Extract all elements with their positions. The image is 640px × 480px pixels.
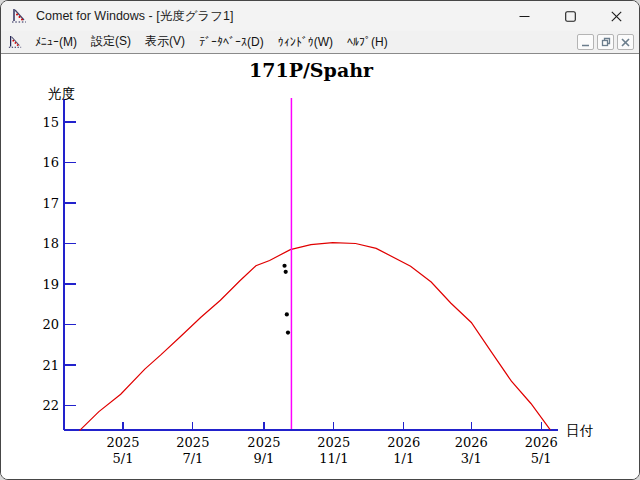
maximize-icon <box>565 11 576 22</box>
mdi-close-button[interactable] <box>617 34 634 50</box>
x-tick-label-year: 2026 <box>525 435 558 450</box>
minimize-icon <box>519 11 530 22</box>
chart-title: 171P/Spahr <box>249 59 374 81</box>
y-tick-label: 22 <box>42 398 59 413</box>
y-tick-label: 20 <box>42 317 59 332</box>
menu-item-view[interactable]: 表示(V) <box>138 31 192 53</box>
caption-buttons <box>501 1 639 31</box>
x-tick-label-day: 1/1 <box>393 451 414 466</box>
observation-point <box>282 264 286 268</box>
menu-item-menu[interactable]: ﾒﾆｭｰ(M) <box>28 33 84 52</box>
menubar: ﾒﾆｭｰ(M) 設定(S) 表示(V) ﾃﾞｰﾀﾍﾞｰｽ(D) ｳｨﾝﾄﾞｳ(W… <box>1 31 639 53</box>
menu-item-settings[interactable]: 設定(S) <box>84 31 138 53</box>
mdi-close-icon <box>621 38 630 47</box>
x-tick-label-year: 2025 <box>106 435 139 450</box>
predicted-light-curve <box>80 243 551 431</box>
x-tick-label-day: 3/1 <box>461 451 482 466</box>
observation-point <box>284 270 288 274</box>
mdi-restore-button[interactable] <box>597 34 614 50</box>
x-axis-title: 日付 <box>566 422 594 438</box>
minimize-button[interactable] <box>501 1 547 31</box>
menu-item-database[interactable]: ﾃﾞｰﾀﾍﾞｰｽ(D) <box>192 33 271 52</box>
observation-point <box>285 312 289 316</box>
mdi-restore-icon <box>601 37 611 47</box>
y-tick-label: 18 <box>42 236 59 251</box>
x-tick-label-year: 2026 <box>387 435 420 450</box>
y-axis-title: 光度 <box>48 85 75 101</box>
mdi-minimize-button[interactable] <box>577 34 594 50</box>
mdi-minimize-icon <box>581 38 590 47</box>
app-window: Comet for Windows - [光度グラフ1] <box>0 0 640 480</box>
y-tick-label: 21 <box>42 358 59 373</box>
maximize-button[interactable] <box>547 1 593 31</box>
close-icon <box>611 11 622 22</box>
titlebar: Comet for Windows - [光度グラフ1] <box>1 1 639 31</box>
x-tick-label-day: 7/1 <box>182 451 203 466</box>
y-tick-label: 15 <box>42 115 59 130</box>
mdi-window-buttons <box>574 34 634 50</box>
x-tick-label-day: 11/1 <box>319 451 348 466</box>
y-tick-label: 19 <box>42 277 59 292</box>
observation-point <box>286 331 290 335</box>
graph-client-area: 151617181920212220255/120257/120259/1202… <box>1 53 639 479</box>
x-tick-label-year: 2025 <box>247 435 280 450</box>
x-tick-label-year: 2025 <box>176 435 209 450</box>
y-tick-label: 16 <box>42 155 59 170</box>
menu-item-window[interactable]: ｳｨﾝﾄﾞｳ(W) <box>271 33 340 52</box>
x-tick-label-day: 5/1 <box>531 451 552 466</box>
light-curve-chart: 151617181920212220255/120257/120259/1202… <box>1 54 639 479</box>
close-button[interactable] <box>593 1 639 31</box>
x-tick-label-day: 5/1 <box>113 451 134 466</box>
x-tick-label-year: 2026 <box>455 435 488 450</box>
y-tick-label: 17 <box>42 196 59 211</box>
x-tick-label-day: 9/1 <box>253 451 274 466</box>
x-tick-label-year: 2025 <box>317 435 350 450</box>
menu-item-help[interactable]: ﾍﾙﾌﾟ(H) <box>340 33 395 52</box>
window-title: Comet for Windows - [光度グラフ1] <box>36 8 233 25</box>
mdi-system-menu-icon[interactable] <box>8 35 22 49</box>
app-lightcurve-icon[interactable] <box>11 8 27 24</box>
